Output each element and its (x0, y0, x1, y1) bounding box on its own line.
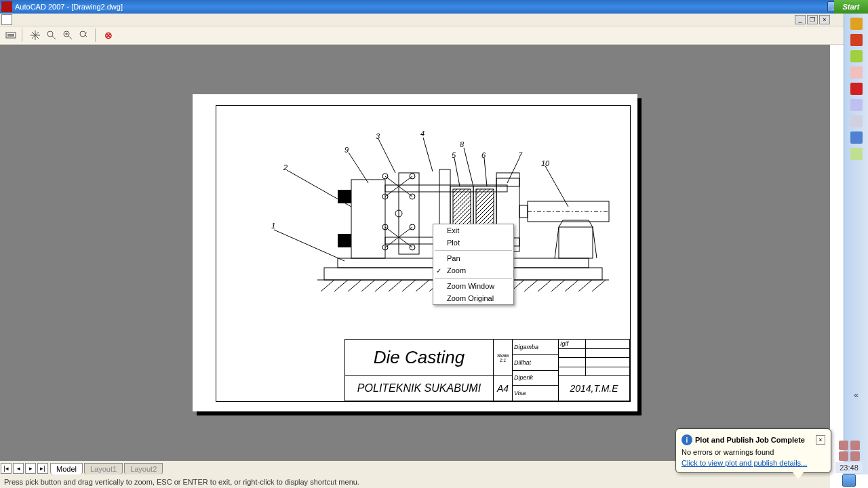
callout-1: 1 (271, 222, 275, 230)
callout-10: 10 (541, 159, 550, 167)
svg-point-2 (47, 31, 53, 37)
svg-rect-38 (338, 190, 351, 203)
svg-line-29 (565, 280, 578, 291)
paper-size: A4 (494, 376, 512, 401)
sidebar-icon-7[interactable] (850, 115, 863, 127)
svg-line-30 (578, 280, 592, 291)
start-button[interactable]: Start (834, 0, 868, 14)
menu-plot[interactable]: Plot (433, 237, 513, 249)
tray-icon-4[interactable] (850, 451, 860, 461)
balloon-title: Plot and Publish Job Complete (695, 436, 816, 444)
tray-icon-2[interactable] (850, 441, 860, 450)
sidebar-icon-8[interactable] (850, 131, 863, 144)
sidebar-icon-2[interactable] (850, 34, 863, 46)
drawing-canvas[interactable]: 1 2 9 3 4 5 8 6 7 10 Die Casti (0, 45, 830, 461)
sidebar-icon-9[interactable] (850, 148, 863, 160)
svg-line-11 (321, 280, 334, 291)
tab-model[interactable]: Model (50, 463, 83, 474)
dilihat-label: Dilihat (513, 355, 558, 371)
svg-line-66 (287, 170, 351, 207)
sidebar-collapse-icon[interactable]: « (854, 390, 859, 400)
plot-preview-icon[interactable] (4, 28, 18, 42)
scale-label: Skala 1:1 (494, 340, 512, 376)
visa-label: Visa (513, 386, 558, 401)
tray-icon-1[interactable] (839, 441, 848, 450)
doc-restore-button[interactable]: ❐ (807, 15, 818, 24)
svg-line-28 (551, 280, 565, 291)
svg-rect-61 (476, 189, 494, 224)
tray-icon-3[interactable] (839, 451, 848, 461)
svg-line-68 (378, 139, 395, 173)
doc-minimize-button[interactable]: _ (795, 15, 806, 24)
menu-zoom[interactable]: Zoom (433, 264, 513, 277)
paper-preview: 1 2 9 3 4 5 8 6 7 10 Die Casti (193, 94, 637, 411)
tab-next-icon[interactable]: ▸ (25, 463, 36, 474)
svg-line-16 (389, 280, 402, 291)
toolbar: ⊗ (0, 26, 868, 45)
menu-pan[interactable]: Pan (433, 252, 513, 264)
tab-last-icon[interactable]: ▸| (37, 463, 48, 474)
svg-line-14 (361, 280, 375, 291)
sidebar-icon-3[interactable] (850, 50, 863, 62)
pan-icon[interactable] (28, 28, 42, 42)
tab-prev-icon[interactable]: ◂ (13, 463, 24, 474)
taskbar-button[interactable] (842, 474, 856, 487)
title-bar: AutoCAD 2007 - [Drawing2.dwg] _ ❐ × (0, 0, 868, 14)
drawing-title: Die Casting (345, 340, 493, 376)
tab-first-icon[interactable]: |◂ (1, 463, 12, 474)
svg-rect-37 (351, 180, 385, 258)
sidebar-icon-6[interactable] (850, 99, 863, 111)
callout-4: 4 (420, 129, 425, 138)
institution-name: POLITEKNIK SUKABUMI (345, 376, 493, 401)
svg-line-31 (592, 280, 606, 291)
svg-line-17 (402, 280, 416, 291)
callout-5: 5 (452, 151, 456, 159)
doc-close-button[interactable]: × (819, 15, 830, 24)
year-info: 2014,T.M.E (559, 376, 629, 401)
sidebar-icon-1[interactable] (850, 18, 863, 30)
tab-layout1[interactable]: Layout1 (84, 463, 123, 474)
status-text: Press pick button and drag vertically to… (4, 478, 359, 486)
window-title: AutoCAD 2007 - [Drawing2.dwg] (15, 3, 827, 11)
diperik-label: Diperik (513, 371, 558, 386)
menu-bar: _ ❐ × (0, 14, 868, 26)
balloon-link[interactable]: Click to view plot and publish details..… (682, 459, 825, 467)
tab-layout2[interactable]: Layout2 (124, 463, 163, 474)
info-icon: i (682, 434, 692, 445)
svg-line-15 (375, 280, 389, 291)
sidebar-icon-4[interactable] (850, 66, 863, 79)
notification-balloon: i Plot and Publish Job Complete × No err… (675, 428, 831, 473)
zoom-realtime-icon[interactable] (61, 28, 75, 42)
svg-line-69 (423, 138, 433, 171)
digambar-label: Digamba (513, 340, 558, 355)
sidebar-icon-5[interactable] (850, 83, 863, 95)
zoom-icon[interactable] (45, 28, 58, 42)
document-icon[interactable] (1, 14, 12, 25)
svg-line-12 (334, 280, 348, 291)
callout-3: 3 (376, 132, 380, 140)
svg-line-18 (416, 280, 429, 291)
svg-rect-35 (519, 205, 528, 218)
callout-7: 7 (518, 151, 523, 159)
menu-zoom-window[interactable]: Zoom Window (433, 280, 513, 292)
callout-6: 6 (481, 151, 486, 159)
svg-line-73 (507, 158, 519, 183)
zoom-previous-icon[interactable] (77, 28, 91, 42)
svg-rect-1 (7, 34, 14, 37)
svg-rect-39 (338, 234, 351, 247)
svg-line-13 (348, 280, 361, 291)
menu-exit[interactable]: Exit (433, 224, 513, 237)
callout-8: 8 (460, 140, 465, 148)
close-preview-icon[interactable]: ⊗ (102, 28, 115, 42)
svg-line-71 (464, 148, 473, 186)
svg-line-5 (68, 36, 72, 39)
context-menu: Exit Plot Pan Zoom Zoom Window Zoom Orig… (433, 224, 514, 305)
svg-line-65 (274, 230, 344, 261)
balloon-close-button[interactable]: × (816, 435, 825, 445)
callout-2: 2 (283, 163, 288, 171)
svg-rect-60 (453, 189, 471, 224)
svg-line-26 (524, 280, 538, 291)
svg-line-3 (52, 36, 56, 39)
menu-zoom-original[interactable]: Zoom Original (433, 292, 513, 304)
igif-label: Igif (559, 340, 586, 348)
